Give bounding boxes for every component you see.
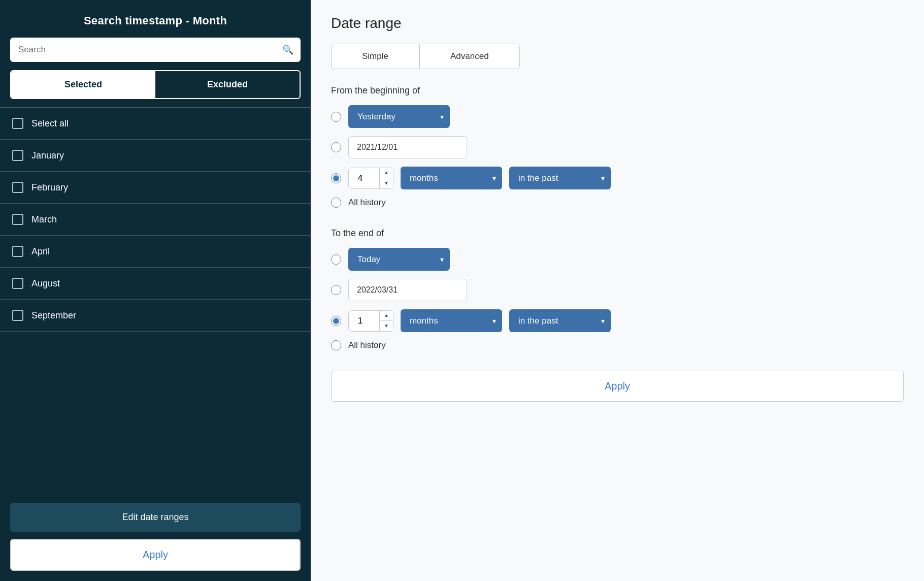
january-checkbox[interactable] [12, 150, 23, 161]
from-number-input-wrapper: ▲ ▼ [348, 168, 393, 189]
april-label: April [31, 246, 50, 257]
from-direction-dropdown[interactable]: in the past in the future [509, 167, 611, 189]
to-option-period: ▲ ▼ months days weeks years in the past … [331, 309, 904, 332]
toggle-row: Selected Excluded [10, 70, 301, 99]
left-panel: Search timestamp - Month 🔍 Selected Excl… [0, 0, 311, 581]
from-date-input[interactable] [348, 136, 467, 158]
select-all-label: Select all [31, 118, 69, 129]
from-option-date [331, 136, 904, 158]
to-period-dropdown[interactable]: months days weeks years [401, 309, 502, 332]
search-icon: 🔍 [282, 44, 293, 55]
apply-button-left[interactable]: Apply [10, 539, 301, 571]
september-checkbox[interactable] [12, 310, 23, 321]
from-radio-period[interactable] [331, 173, 341, 183]
bottom-buttons: Edit date ranges Apply [0, 493, 311, 581]
list-item[interactable]: February [0, 172, 311, 204]
panel-title: Search timestamp - Month [0, 0, 311, 38]
from-radio-yesterday[interactable] [331, 112, 341, 122]
to-spinner-up[interactable]: ▲ [380, 311, 393, 321]
from-number-input[interactable] [349, 168, 379, 188]
from-all-history-label: All history [348, 198, 386, 208]
right-panel: Date range Simple Advanced From the begi… [311, 0, 924, 581]
february-checkbox[interactable] [12, 182, 23, 193]
tab-advanced[interactable]: Advanced [419, 44, 520, 69]
to-option-today: Today Yesterday This week This month [331, 248, 904, 271]
march-checkbox[interactable] [12, 214, 23, 225]
tab-simple[interactable]: Simple [331, 44, 419, 69]
to-direction-wrapper: in the past in the future [509, 309, 611, 332]
to-spinners: ▲ ▼ [379, 311, 393, 331]
to-section: To the end of Today Yesterday This week … [331, 228, 904, 350]
to-option-all-history: All history [331, 340, 904, 350]
september-label: September [31, 310, 76, 321]
list-item[interactable]: August [0, 268, 311, 300]
apply-button-right[interactable]: Apply [331, 371, 904, 402]
january-label: January [31, 150, 64, 161]
select-all-checkbox[interactable] [12, 118, 23, 129]
from-radio-all-history[interactable] [331, 198, 341, 208]
to-radio-period[interactable] [331, 316, 341, 326]
today-dropdown[interactable]: Today Yesterday This week This month [348, 248, 450, 271]
from-spinners: ▲ ▼ [379, 168, 393, 188]
tab-row: Simple Advanced [331, 44, 904, 69]
from-period-wrapper: months days weeks years [401, 167, 502, 189]
april-checkbox[interactable] [12, 246, 23, 257]
list-items: Select all January February March April … [0, 108, 311, 493]
to-section-label: To the end of [331, 228, 904, 239]
to-period-wrapper: months days weeks years [401, 309, 502, 332]
to-number-input-wrapper: ▲ ▼ [348, 310, 393, 332]
search-bar: 🔍 [10, 38, 301, 62]
to-number-input[interactable] [349, 311, 379, 331]
list-item[interactable]: April [0, 236, 311, 268]
to-date-input[interactable] [348, 279, 467, 301]
to-radio-all-history[interactable] [331, 340, 341, 350]
to-direction-dropdown[interactable]: in the past in the future [509, 309, 611, 332]
august-checkbox[interactable] [12, 278, 23, 289]
today-dropdown-wrapper: Today Yesterday This week This month [348, 248, 450, 271]
from-period-dropdown[interactable]: months days weeks years [401, 167, 502, 189]
selected-toggle[interactable]: Selected [11, 71, 155, 98]
edit-date-ranges-button[interactable]: Edit date ranges [10, 503, 301, 532]
search-input[interactable] [10, 38, 301, 62]
from-option-yesterday: Yesterday Today This week This month [331, 105, 904, 128]
from-spinner-down[interactable]: ▼ [380, 178, 393, 188]
date-range-title: Date range [331, 15, 904, 31]
to-radio-today[interactable] [331, 254, 341, 265]
from-section: From the beginning of Yesterday Today Th… [331, 85, 904, 208]
from-option-period: ▲ ▼ months days weeks years in the past … [331, 167, 904, 189]
to-all-history-label: All history [348, 340, 386, 350]
from-radio-date[interactable] [331, 142, 341, 152]
from-direction-wrapper: in the past in the future [509, 167, 611, 189]
yesterday-dropdown[interactable]: Yesterday Today This week This month [348, 105, 450, 128]
from-spinner-up[interactable]: ▲ [380, 168, 393, 179]
list-item[interactable]: March [0, 204, 311, 236]
list-item[interactable]: September [0, 300, 311, 332]
yesterday-dropdown-wrapper: Yesterday Today This week This month [348, 105, 450, 128]
to-option-date [331, 279, 904, 301]
february-label: February [31, 182, 68, 193]
list-item[interactable]: Select all [0, 108, 311, 140]
to-radio-date[interactable] [331, 285, 341, 295]
to-spinner-down[interactable]: ▼ [380, 321, 393, 331]
list-item[interactable]: January [0, 140, 311, 172]
from-section-label: From the beginning of [331, 85, 904, 96]
from-option-all-history: All history [331, 198, 904, 208]
march-label: March [31, 214, 57, 225]
excluded-toggle[interactable]: Excluded [155, 71, 300, 98]
august-label: August [31, 278, 60, 289]
